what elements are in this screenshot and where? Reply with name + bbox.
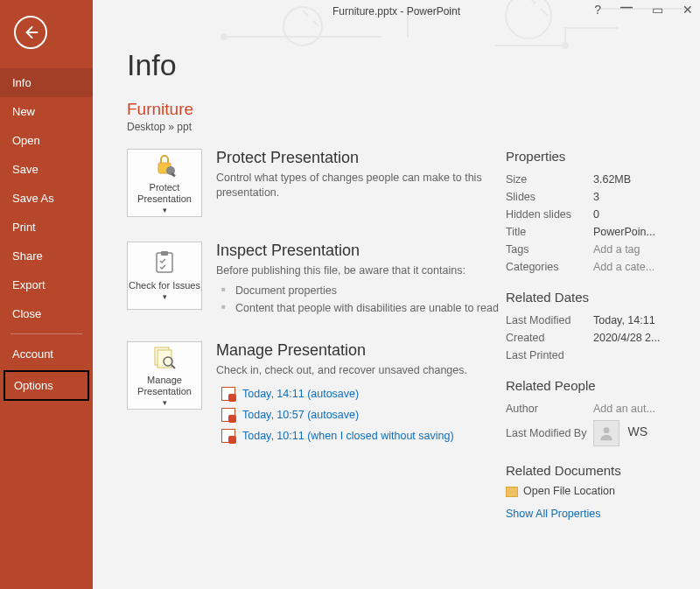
show-all-properties-link[interactable]: Show All Properties <box>506 508 681 520</box>
sidebar-item-export[interactable]: Export <box>0 270 93 299</box>
sidebar-item-options[interactable]: Options <box>4 370 89 401</box>
prop-last-modified-value: Today, 14:11 <box>593 314 655 326</box>
main-content: Info Furniture Desktop » ppt Protect Pre… <box>127 48 700 589</box>
svg-line-13 <box>172 365 175 368</box>
back-button[interactable] <box>14 16 47 49</box>
close-icon[interactable]: ✕ <box>682 4 693 16</box>
manage-presentation-button[interactable]: Manage Presentation ▾ <box>127 341 202 410</box>
svg-point-14 <box>604 427 610 433</box>
svg-rect-8 <box>157 253 172 272</box>
powerpoint-file-icon <box>221 429 235 443</box>
inspect-bullet-1: Document properties <box>216 282 499 299</box>
prop-last-modified-label: Last Modified <box>506 314 593 326</box>
restore-icon[interactable]: ▭ <box>652 4 663 16</box>
svg-rect-9 <box>161 251 168 256</box>
protect-desc: Control what types of changes people can… <box>216 171 499 200</box>
prop-size-label: Size <box>506 173 593 186</box>
inspect-desc: Before publishing this file, be aware th… <box>216 263 499 278</box>
document-path: Desktop » ppt <box>127 121 700 133</box>
protect-presentation-button[interactable]: Protect Presentation ▾ <box>127 149 202 217</box>
prop-size-value: 3.62MB <box>593 173 631 186</box>
svg-point-2 <box>221 34 227 39</box>
related-documents-heading: Related Documents <box>506 463 681 478</box>
prop-title-value[interactable]: PowerPoin... <box>593 226 655 238</box>
prop-categories-label: Categories <box>506 261 593 273</box>
document-search-icon <box>151 343 178 371</box>
arrow-left-icon <box>23 25 38 40</box>
prop-created-value: 2020/4/28 2... <box>593 332 660 344</box>
related-people-heading: Related People <box>506 378 681 393</box>
sidebar-item-account[interactable]: Account <box>0 340 93 368</box>
sidebar-separator <box>10 333 82 334</box>
version-item[interactable]: Today, 10:57 (autosave) <box>216 404 499 425</box>
sidebar-item-new[interactable]: New <box>0 97 93 126</box>
prop-categories-value[interactable]: Add a cate... <box>593 261 654 273</box>
sidebar-item-close[interactable]: Close <box>0 299 93 328</box>
sidebar-item-save-as[interactable]: Save As <box>0 184 93 213</box>
powerpoint-file-icon <box>221 408 235 422</box>
prop-created-label: Created <box>506 332 593 344</box>
inspect-section: Check for Issues ▾ Inspect Presentation … <box>127 242 506 317</box>
sidebar-item-print[interactable]: Print <box>0 213 93 242</box>
manage-section: Manage Presentation ▾ Manage Presentatio… <box>127 341 506 446</box>
version-item[interactable]: Today, 14:11 (autosave) <box>216 383 499 404</box>
window-title: Furniture.pptx - PowerPoint <box>332 5 460 18</box>
manage-title: Manage Presentation <box>216 341 499 360</box>
backstage-sidebar: Info New Open Save Save As Print Share E… <box>0 0 93 589</box>
prop-title-label: Title <box>506 226 593 238</box>
sidebar-item-share[interactable]: Share <box>0 242 93 270</box>
prop-hidden-value: 0 <box>593 208 599 221</box>
manage-desc: Check in, check out, and recover unsaved… <box>216 363 499 378</box>
title-bar: Furniture.pptx - PowerPoint ? — ▭ ✕ <box>93 0 700 25</box>
prop-slides-label: Slides <box>506 191 593 203</box>
sidebar-item-save[interactable]: Save <box>0 155 93 184</box>
help-icon[interactable]: ? <box>594 4 601 16</box>
page-heading: Info <box>127 48 700 82</box>
prop-lmb-value: WS <box>593 420 648 446</box>
checklist-icon <box>152 249 177 277</box>
protect-section: Protect Presentation ▾ Protect Presentat… <box>127 149 506 217</box>
prop-author-label: Author <box>506 403 593 415</box>
document-title: Furniture <box>127 100 700 119</box>
inspect-title: Inspect Presentation <box>216 242 499 260</box>
open-file-location-link[interactable]: Open File Location <box>506 485 681 497</box>
prop-lmb-label: Last Modified By <box>506 427 593 439</box>
prop-last-printed-label: Last Printed <box>506 349 593 361</box>
properties-dropdown[interactable]: Properties <box>506 149 681 164</box>
inspect-bullet-2: Content that people with disabilities ar… <box>216 299 499 317</box>
sidebar-item-open[interactable]: Open <box>0 126 93 155</box>
check-issues-button[interactable]: Check for Issues ▾ <box>127 242 202 310</box>
prop-slides-value: 3 <box>593 191 599 203</box>
sidebar-item-info[interactable]: Info <box>0 68 93 97</box>
version-item[interactable]: Today, 10:11 (when I closed without savi… <box>216 425 499 446</box>
prop-author-value[interactable]: Add an aut... <box>593 403 655 415</box>
minimize-icon[interactable]: — <box>620 1 633 13</box>
lock-icon <box>151 151 178 179</box>
protect-title: Protect Presentation <box>216 149 499 167</box>
avatar-icon <box>593 420 620 446</box>
folder-icon <box>506 487 518 497</box>
powerpoint-file-icon <box>221 387 235 401</box>
prop-hidden-label: Hidden slides <box>506 208 593 221</box>
prop-tags-label: Tags <box>506 243 593 256</box>
related-dates-heading: Related Dates <box>506 290 681 305</box>
prop-tags-value[interactable]: Add a tag <box>593 243 640 256</box>
